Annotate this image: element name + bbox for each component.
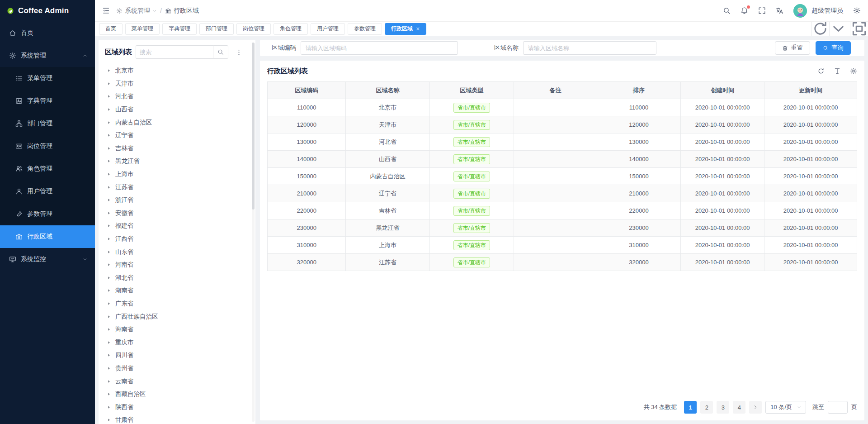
tree-node[interactable]: 河南省 <box>105 258 251 272</box>
search-button[interactable]: 查询 <box>816 41 851 55</box>
page-tab[interactable]: 参数管理 <box>348 23 382 35</box>
page-tab[interactable]: 用户管理 <box>311 23 345 35</box>
jump-page-input[interactable] <box>828 401 848 414</box>
caret-right-icon[interactable] <box>107 314 111 319</box>
caret-right-icon[interactable] <box>107 366 111 371</box>
sidebar-item[interactable]: 系统监控 <box>0 248 95 271</box>
caret-right-icon[interactable] <box>107 224 111 228</box>
sidebar-subitem[interactable]: 岗位管理 <box>0 135 95 157</box>
region-code-input[interactable] <box>301 41 458 55</box>
collapse-sidebar-icon[interactable] <box>102 7 110 14</box>
sidebar-item[interactable]: 系统管理 <box>0 44 95 67</box>
tree-node[interactable]: 上海市 <box>105 168 251 181</box>
caret-right-icon[interactable] <box>107 94 111 99</box>
page-number-button[interactable]: 3 <box>717 401 729 414</box>
tree-node[interactable]: 内蒙古自治区 <box>105 116 251 129</box>
tree-node[interactable]: 福建省 <box>105 219 251 233</box>
caret-right-icon[interactable] <box>107 198 111 202</box>
page-size-select[interactable]: 10 条/页 <box>765 401 806 414</box>
tree-node[interactable]: 四川省 <box>105 349 251 362</box>
tree-node[interactable]: 山东省 <box>105 245 251 258</box>
caret-right-icon[interactable] <box>107 288 111 293</box>
tree-node[interactable]: 云南省 <box>105 375 251 388</box>
tree-node[interactable]: 北京市 <box>105 64 251 77</box>
tree-node[interactable]: 黑龙江省 <box>105 155 251 168</box>
sidebar-subitem[interactable]: 参数管理 <box>0 203 95 225</box>
sidebar-item[interactable]: 首页 <box>0 22 95 44</box>
tree-node[interactable]: 陕西省 <box>105 400 251 414</box>
caret-right-icon[interactable] <box>107 405 111 410</box>
sidebar-subitem[interactable]: 字典管理 <box>0 90 95 112</box>
tree-node[interactable]: 广西壮族自治区 <box>105 310 251 323</box>
caret-right-icon[interactable] <box>107 276 111 280</box>
caret-right-icon[interactable] <box>107 250 111 254</box>
tree-node[interactable]: 广东省 <box>105 297 251 310</box>
caret-right-icon[interactable] <box>107 262 111 267</box>
caret-right-icon[interactable] <box>107 107 111 112</box>
caret-right-icon[interactable] <box>107 353 111 357</box>
tree-node[interactable]: 西藏自治区 <box>105 388 251 401</box>
breadcrumb-current[interactable]: 行政区域 <box>165 7 199 15</box>
tree-scrollbar-thumb[interactable] <box>252 43 255 210</box>
maximize-view-icon[interactable] <box>850 22 868 36</box>
tree-node[interactable]: 河北省 <box>105 90 251 103</box>
sidebar-subitem[interactable]: 用户管理 <box>0 180 95 203</box>
sidebar-subitem[interactable]: 角色管理 <box>0 157 95 180</box>
tree-node[interactable]: 浙江省 <box>105 194 251 207</box>
page-tab[interactable]: 字典管理 <box>162 23 197 35</box>
settings-gear-icon[interactable] <box>853 7 861 14</box>
caret-right-icon[interactable] <box>107 392 111 396</box>
caret-right-icon[interactable] <box>107 81 111 86</box>
tree-node[interactable]: 重庆市 <box>105 336 251 349</box>
page-tab[interactable]: 角色管理 <box>274 23 308 35</box>
caret-right-icon[interactable] <box>107 327 111 332</box>
page-tab[interactable]: 部门管理 <box>199 23 234 35</box>
close-icon[interactable] <box>416 27 420 31</box>
app-logo[interactable]: Coffee Admin <box>0 0 95 22</box>
page-tab[interactable]: 岗位管理 <box>236 23 271 35</box>
translate-icon[interactable] <box>776 7 783 14</box>
caret-right-icon[interactable] <box>107 185 111 190</box>
page-number-button[interactable]: 2 <box>700 401 713 414</box>
tree-search-button[interactable] <box>213 45 228 59</box>
tree-node[interactable]: 辽宁省 <box>105 129 251 142</box>
page-tab[interactable]: 菜单管理 <box>125 23 160 35</box>
page-number-button[interactable]: 4 <box>733 401 745 414</box>
caret-right-icon[interactable] <box>107 211 111 215</box>
fullscreen-icon[interactable] <box>758 7 766 14</box>
next-page-button[interactable] <box>749 401 762 414</box>
tree-node[interactable]: 湖南省 <box>105 284 251 297</box>
refresh-tab-icon[interactable] <box>811 22 829 36</box>
caret-right-icon[interactable] <box>107 159 111 163</box>
tree-node[interactable]: 江苏省 <box>105 181 251 194</box>
tree-node[interactable]: 贵州省 <box>105 362 251 375</box>
tree-more-kebab-icon[interactable] <box>236 49 242 56</box>
row-height-icon[interactable] <box>834 67 841 75</box>
search-icon[interactable] <box>723 7 731 14</box>
notification-bell-icon[interactable] <box>741 7 748 14</box>
caret-right-icon[interactable] <box>107 418 111 422</box>
user-menu[interactable]: 超级管理员 <box>793 4 843 18</box>
tree-node[interactable]: 天津市 <box>105 77 251 91</box>
sidebar-subitem[interactable]: 菜单管理 <box>0 67 95 90</box>
refresh-table-icon[interactable] <box>817 67 825 75</box>
column-settings-gear-icon[interactable] <box>850 67 857 75</box>
breadcrumb-section[interactable]: 系统管理 <box>116 7 157 15</box>
caret-right-icon[interactable] <box>107 379 111 384</box>
caret-right-icon[interactable] <box>107 172 111 176</box>
tab-options-chevron-icon[interactable] <box>829 22 847 36</box>
sidebar-subitem[interactable]: 行政区域 <box>0 225 95 248</box>
region-name-input[interactable] <box>523 41 656 55</box>
caret-right-icon[interactable] <box>107 146 111 151</box>
page-number-button[interactable]: 1 <box>684 401 697 414</box>
sidebar-subitem[interactable]: 部门管理 <box>0 112 95 135</box>
caret-right-icon[interactable] <box>107 340 111 345</box>
caret-right-icon[interactable] <box>107 68 111 73</box>
caret-right-icon[interactable] <box>107 301 111 306</box>
tree-search-input[interactable] <box>136 45 213 59</box>
tree-node[interactable]: 安徽省 <box>105 207 251 220</box>
page-tab[interactable]: 首页 <box>99 23 123 35</box>
page-tab[interactable]: 行政区域 <box>385 23 426 35</box>
caret-right-icon[interactable] <box>107 237 111 241</box>
tree-node[interactable]: 吉林省 <box>105 142 251 155</box>
